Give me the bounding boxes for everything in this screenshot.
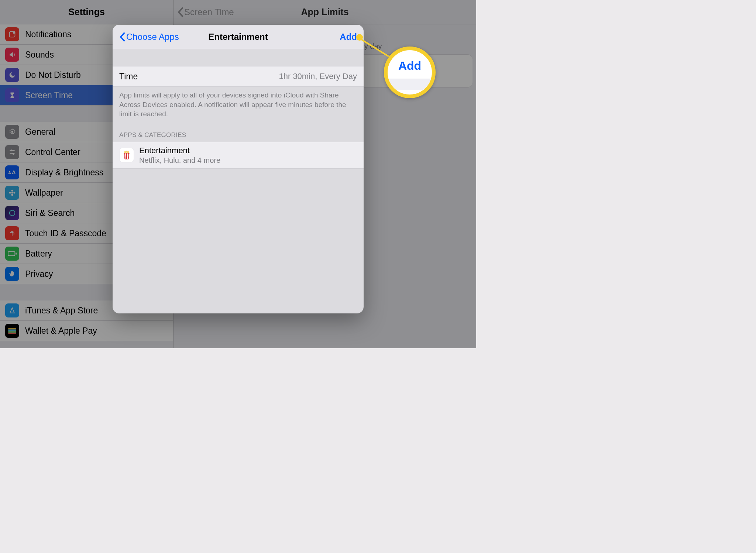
time-value: 1hr 30min, Every Day [279,72,357,81]
callout-anchor-dot [356,34,363,41]
modal-spacer [113,49,364,66]
svg-point-23 [127,151,129,153]
modal-add-button[interactable]: Add [340,32,357,42]
chevron-left-icon [119,32,125,42]
add-limit-modal: Choose Apps Entertainment Add Time 1hr 3… [113,25,364,313]
modal-back-label: Choose Apps [126,32,179,42]
time-label: Time [119,72,138,82]
app-category-row[interactable]: Entertainment Netflix, Hulu, and 4 more [113,142,364,169]
modal-back-button[interactable]: Choose Apps [119,32,179,42]
apps-section-header: APPS & CATEGORIES [113,119,364,142]
popcorn-icon [119,148,134,162]
callout-label: Add [398,55,421,79]
app-category-subtitle: Netflix, Hulu, and 4 more [139,156,220,165]
modal-navbar: Choose Apps Entertainment Add [113,25,364,49]
callout-divider [388,79,432,90]
time-footer: App limits will apply to all of your dev… [113,87,364,119]
app-category-name: Entertainment [139,146,220,155]
callout-magnifier: Add [384,47,436,98]
time-row[interactable]: Time 1hr 30min, Every Day [113,66,364,87]
